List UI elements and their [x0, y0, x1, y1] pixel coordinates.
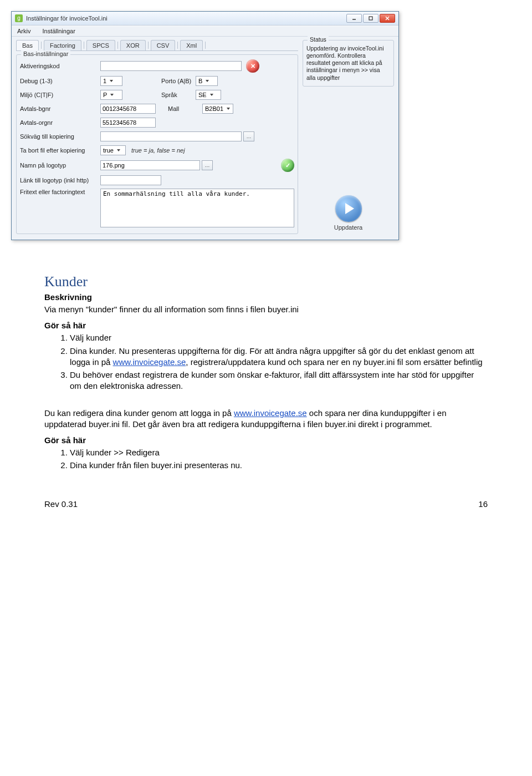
list1-item1: Välj kunder [70, 332, 488, 343]
menubar: Arkiv Inställningar [12, 26, 398, 37]
sub-gorsahar-2: Gör så här [44, 435, 488, 445]
tab-xml[interactable]: Xml [180, 40, 203, 50]
link-invoicegate-1[interactable]: www.invoicegate.se [113, 357, 186, 367]
sub-gorsahar-1: Gör så här [44, 321, 488, 330]
heading-kunder: Kunder [44, 273, 488, 290]
orgnr-input[interactable] [100, 118, 156, 128]
sprak-select[interactable]: SE [196, 90, 221, 100]
porto-select[interactable]: B [196, 76, 218, 86]
link-invoicegate-2[interactable]: www.invoicegate.se [234, 408, 307, 418]
footer-rev: Rev 0.31 [44, 499, 78, 509]
mall-select[interactable]: B2B01 [202, 104, 233, 114]
aktiv-label: Aktiveringskod [20, 63, 100, 69]
update-label: Uppdatera [303, 224, 394, 231]
debug-select[interactable]: 1 [100, 76, 122, 86]
tabs: Bas Factoring SPCS XOR CSV Xml [16, 40, 298, 51]
link-input[interactable] [100, 175, 161, 185]
footer-page: 16 [478, 499, 488, 509]
list1-item3: Du behöver endast registrera de kunder s… [70, 369, 488, 392]
tab-factoring[interactable]: Factoring [44, 40, 81, 50]
status-text: Uppdatering av invoiceTool.ini genomförd… [306, 45, 390, 82]
bgnr-input[interactable] [100, 104, 156, 114]
sokvag-input[interactable] [100, 131, 242, 141]
fritext-input[interactable] [100, 189, 294, 227]
debug-label: Debug (1-3) [20, 78, 100, 84]
p-redigera: Du kan redigera dina kunder genom att lo… [44, 408, 488, 430]
status-label: Status [308, 36, 329, 43]
browse-logo-button[interactable]: … [202, 160, 213, 170]
browse-button[interactable]: … [243, 131, 254, 141]
orgnr-label: Avtals-orgnr [20, 119, 100, 126]
tab-spcs[interactable]: SPCS [86, 40, 115, 50]
link-label: Länk till logotyp (inkl http) [20, 177, 100, 184]
play-icon [345, 203, 354, 214]
bgnr-label: Avtals-bgnr [20, 105, 100, 112]
sprak-label: Språk [161, 92, 196, 98]
tabort-label: Ta bort fil efter kopiering [20, 147, 100, 154]
window-title: Inställningar för invoiceTool.ini [26, 15, 346, 22]
miljo-select[interactable]: P [100, 90, 122, 100]
sokvag-label: Sökväg till kopiering [20, 133, 100, 140]
app-icon: g [15, 14, 23, 22]
svg-rect-1 [369, 17, 372, 20]
tabort-select[interactable]: true [100, 145, 126, 155]
menu-installningar[interactable]: Inställningar [43, 28, 75, 34]
group-label: Bas-inställningar [21, 50, 70, 57]
settings-window: g Inställningar för invoiceTool.ini Arki… [11, 11, 399, 240]
maximize-button[interactable] [363, 14, 378, 23]
close-button[interactable] [380, 14, 395, 23]
fritext-label: Fritext eller factoringtext [20, 189, 100, 195]
tab-bas[interactable]: Bas [16, 40, 39, 50]
list2-item1: Välj kunder >> Redigera [70, 447, 488, 458]
ok-icon: ✓ [281, 159, 294, 172]
logotyp-input[interactable] [100, 160, 200, 170]
tab-csv[interactable]: CSV [151, 40, 176, 50]
miljo-label: Miljö (C|T|F) [20, 92, 100, 98]
bas-group: Bas-inställningar Aktiveringskod ✕ Debug… [16, 54, 298, 234]
porto-label: Porto (A|B) [161, 78, 196, 84]
tabort-help: true = ja, false = nej [131, 147, 185, 154]
mall-label: Mall [168, 105, 202, 112]
p-beskrivning: Via menyn "kunder" finner du all informa… [44, 304, 488, 315]
update-button[interactable] [335, 195, 362, 222]
titlebar[interactable]: g Inställningar för invoiceTool.ini [12, 12, 398, 26]
sub-beskrivning: Beskrivning [44, 292, 488, 302]
aktiv-input[interactable] [100, 61, 242, 71]
list1-item2: Dina kunder. Nu presenteras uppgifterna … [70, 346, 488, 368]
minimize-button[interactable] [346, 14, 362, 23]
list-1: Välj kunder Dina kunder. Nu presenteras … [44, 332, 488, 392]
tab-xor[interactable]: XOR [120, 40, 146, 50]
logotyp-label: Namn på logotyp [20, 162, 100, 169]
menu-arkiv[interactable]: Arkiv [17, 28, 30, 34]
status-box: Status Uppdatering av invoiceTool.ini ge… [303, 40, 394, 87]
list-2: Välj kunder >> Redigera Dina kunder från… [44, 447, 488, 471]
error-icon: ✕ [246, 59, 259, 73]
list2-item2: Dina kunder från filen buyer.ini present… [70, 460, 488, 471]
